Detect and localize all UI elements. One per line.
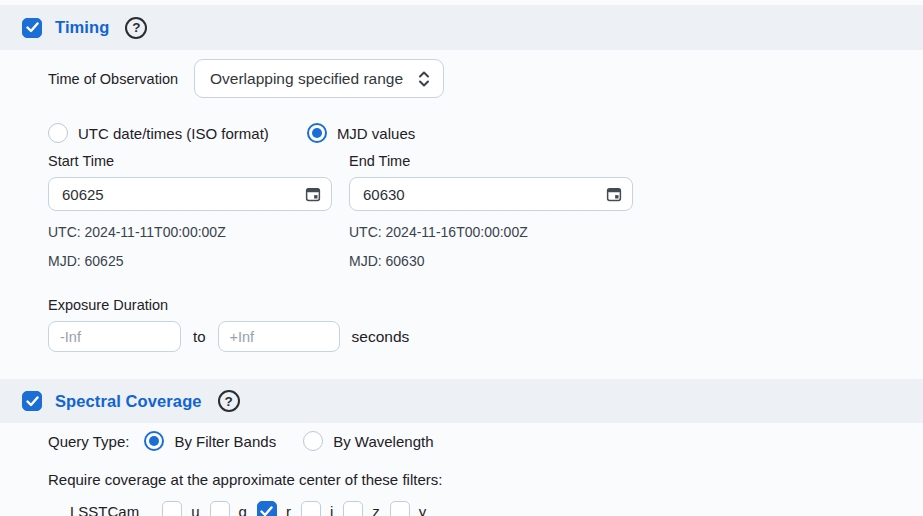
chevron-up-down-icon [418,70,430,88]
exposure-unit-label: seconds [352,328,410,346]
start-time-input[interactable] [48,177,332,211]
start-time-input-wrap [48,177,332,211]
time-of-observation-label: Time of Observation [48,71,178,87]
filter-coverage-instruction: Require coverage at the approximate cent… [48,471,923,488]
band-z: z [343,501,380,516]
check-icon [26,396,39,407]
exposure-duration-inputs: to seconds [48,321,923,352]
by-filter-bands-radio[interactable] [144,431,164,451]
exposure-duration-label: Exposure Duration [48,297,923,313]
band-r: r [257,501,291,516]
band-y-checkbox[interactable] [390,501,410,516]
band-r-checkbox[interactable] [257,501,277,516]
check-icon [26,22,39,33]
spectral-help-icon[interactable]: ? [218,390,240,412]
mjd-format-radio-label: MJD values [337,125,415,142]
band-y-label: y [419,503,427,516]
band-u-checkbox[interactable] [162,501,182,516]
spectral-section-checkbox[interactable] [22,391,42,411]
end-time-mjd-helper: MJD: 60630 [349,253,633,269]
band-r-label: r [286,503,291,516]
timing-help-icon[interactable]: ? [125,17,147,39]
timing-section-header: Timing ? [0,5,923,50]
band-g-checkbox[interactable] [210,501,230,516]
band-y: y [390,501,427,516]
spectral-section-title: Spectral Coverage [55,392,202,411]
band-u-label: u [191,503,199,516]
exposure-max-input[interactable] [218,321,340,352]
time-range-row: Start Time UTC: 2024-11-11T00:00:00Z MJD… [48,153,923,269]
time-format-radio-group: UTC date/times (ISO format) MJD values [48,123,923,143]
end-time-input[interactable] [349,177,633,211]
by-filter-bands-radio-label: By Filter Bands [174,433,276,450]
band-u: u [162,501,199,516]
band-z-checkbox[interactable] [343,501,363,516]
end-time-label: End Time [349,153,633,169]
band-g-label: g [239,503,247,516]
start-time-utc-helper: UTC: 2024-11-11T00:00:00Z [48,224,332,240]
instrument-label: LSSTCam [70,503,139,516]
time-of-observation-row: Time of Observation Overlapping specifie… [48,59,923,98]
band-i: i [301,501,333,516]
band-i-label: i [330,503,333,516]
exposure-range-joiner: to [193,328,206,345]
by-wavelength-radio[interactable] [303,431,323,451]
band-i-checkbox[interactable] [301,501,321,516]
end-time-input-wrap [349,177,633,211]
time-of-observation-select[interactable]: Overlapping specified range [194,59,444,98]
start-time-label: Start Time [48,153,332,169]
spectral-section-body: Query Type: By Filter Bands By Wavelengt… [0,431,923,516]
timing-section-checkbox[interactable] [22,18,42,38]
band-z-label: z [372,503,380,516]
timing-section-title: Timing [55,18,109,37]
exposure-min-input[interactable] [48,321,181,352]
calendar-icon[interactable] [304,185,322,203]
time-of-observation-selected-value: Overlapping specified range [210,70,403,88]
filter-bands-row: LSSTCam u g r i z y [48,501,923,516]
start-time-mjd-helper: MJD: 60625 [48,253,332,269]
utc-format-radio[interactable] [48,123,68,143]
utc-format-radio-label: UTC date/times (ISO format) [78,125,269,142]
spectral-section-header: Spectral Coverage ? [0,379,923,423]
mjd-format-radio[interactable] [307,123,327,143]
by-wavelength-radio-label: By Wavelength [333,433,433,450]
query-type-radio-group: Query Type: By Filter Bands By Wavelengt… [48,431,923,451]
calendar-icon[interactable] [605,185,623,203]
band-g: g [210,501,247,516]
timing-section-body: Time of Observation Overlapping specifie… [0,59,923,352]
check-icon [260,506,273,516]
query-type-label: Query Type: [48,433,129,450]
start-time-column: Start Time UTC: 2024-11-11T00:00:00Z MJD… [48,153,332,269]
end-time-column: End Time UTC: 2024-11-16T00:00:00Z MJD: … [349,153,633,269]
exposure-duration-row: Exposure Duration to seconds [48,297,923,352]
end-time-utc-helper: UTC: 2024-11-16T00:00:00Z [349,224,633,240]
